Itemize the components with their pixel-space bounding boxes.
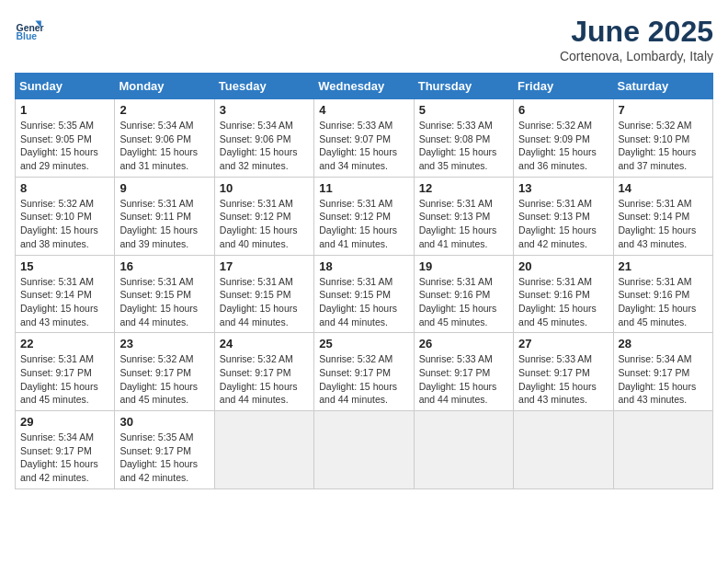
day-cell-18: 18Sunrise: 5:31 AM Sunset: 9:15 PM Dayli… bbox=[314, 255, 414, 333]
day-detail: Sunrise: 5:32 AM Sunset: 9:10 PM Dayligh… bbox=[20, 197, 109, 251]
day-cell-27: 27Sunrise: 5:33 AM Sunset: 9:17 PM Dayli… bbox=[514, 333, 613, 411]
day-cell-2: 2Sunrise: 5:34 AM Sunset: 9:06 PM Daylig… bbox=[115, 99, 214, 178]
day-cell-3: 3Sunrise: 5:34 AM Sunset: 9:06 PM Daylig… bbox=[214, 99, 313, 178]
day-detail: Sunrise: 5:33 AM Sunset: 9:17 PM Dayligh… bbox=[518, 352, 608, 407]
day-number: 12 bbox=[419, 181, 508, 195]
day-detail: Sunrise: 5:31 AM Sunset: 9:16 PM Dayligh… bbox=[619, 275, 708, 329]
empty-cell bbox=[514, 411, 613, 489]
day-number: 1 bbox=[20, 103, 109, 117]
empty-cell bbox=[613, 411, 712, 489]
calendar-table: SundayMondayTuesdayWednesdayThursdayFrid… bbox=[15, 73, 713, 489]
empty-cell bbox=[414, 411, 513, 489]
day-number: 25 bbox=[319, 337, 408, 350]
svg-text:Blue: Blue bbox=[17, 31, 38, 41]
week-row-3: 15Sunrise: 5:31 AM Sunset: 9:14 PM Dayli… bbox=[16, 255, 713, 333]
day-number: 16 bbox=[119, 259, 209, 273]
col-header-sunday: Sunday bbox=[16, 74, 115, 99]
col-header-monday: Monday bbox=[115, 74, 214, 99]
day-number: 23 bbox=[119, 337, 209, 350]
day-detail: Sunrise: 5:31 AM Sunset: 9:12 PM Dayligh… bbox=[220, 197, 309, 251]
day-detail: Sunrise: 5:35 AM Sunset: 9:17 PM Dayligh… bbox=[119, 431, 209, 485]
location: Cortenova, Lombardy, Italy bbox=[560, 49, 713, 63]
day-detail: Sunrise: 5:31 AM Sunset: 9:17 PM Dayligh… bbox=[20, 352, 109, 407]
day-cell-21: 21Sunrise: 5:31 AM Sunset: 9:16 PM Dayli… bbox=[613, 255, 712, 333]
day-number: 28 bbox=[619, 337, 708, 350]
col-header-saturday: Saturday bbox=[613, 74, 712, 99]
day-number: 22 bbox=[20, 337, 109, 350]
day-detail: Sunrise: 5:34 AM Sunset: 9:17 PM Dayligh… bbox=[619, 352, 708, 407]
day-detail: Sunrise: 5:35 AM Sunset: 9:05 PM Dayligh… bbox=[20, 119, 109, 173]
day-cell-14: 14Sunrise: 5:31 AM Sunset: 9:14 PM Dayli… bbox=[613, 177, 712, 255]
day-number: 8 bbox=[20, 181, 109, 195]
day-detail: Sunrise: 5:31 AM Sunset: 9:14 PM Dayligh… bbox=[20, 275, 109, 329]
day-cell-20: 20Sunrise: 5:31 AM Sunset: 9:16 PM Dayli… bbox=[514, 255, 613, 333]
day-detail: Sunrise: 5:32 AM Sunset: 9:09 PM Dayligh… bbox=[518, 119, 608, 173]
day-cell-10: 10Sunrise: 5:31 AM Sunset: 9:12 PM Dayli… bbox=[214, 177, 313, 255]
day-cell-24: 24Sunrise: 5:32 AM Sunset: 9:17 PM Dayli… bbox=[214, 333, 313, 411]
day-cell-19: 19Sunrise: 5:31 AM Sunset: 9:16 PM Dayli… bbox=[414, 255, 513, 333]
day-detail: Sunrise: 5:34 AM Sunset: 9:06 PM Dayligh… bbox=[220, 119, 309, 173]
title-block: June 2025 Cortenova, Lombardy, Italy bbox=[560, 15, 713, 63]
day-detail: Sunrise: 5:32 AM Sunset: 9:17 PM Dayligh… bbox=[220, 352, 309, 407]
day-number: 2 bbox=[119, 103, 209, 117]
day-number: 20 bbox=[518, 259, 608, 273]
week-row-2: 8Sunrise: 5:32 AM Sunset: 9:10 PM Daylig… bbox=[16, 177, 713, 255]
day-cell-23: 23Sunrise: 5:32 AM Sunset: 9:17 PM Dayli… bbox=[115, 333, 214, 411]
day-detail: Sunrise: 5:34 AM Sunset: 9:17 PM Dayligh… bbox=[20, 431, 109, 485]
day-cell-13: 13Sunrise: 5:31 AM Sunset: 9:13 PM Dayli… bbox=[514, 177, 613, 255]
day-number: 11 bbox=[319, 181, 408, 195]
day-cell-29: 29Sunrise: 5:34 AM Sunset: 9:17 PM Dayli… bbox=[16, 411, 115, 489]
day-number: 30 bbox=[119, 415, 209, 429]
day-number: 6 bbox=[518, 103, 608, 117]
day-cell-17: 17Sunrise: 5:31 AM Sunset: 9:15 PM Dayli… bbox=[214, 255, 313, 333]
day-cell-6: 6Sunrise: 5:32 AM Sunset: 9:09 PM Daylig… bbox=[514, 99, 613, 178]
day-detail: Sunrise: 5:34 AM Sunset: 9:06 PM Dayligh… bbox=[119, 119, 209, 173]
day-detail: Sunrise: 5:31 AM Sunset: 9:15 PM Dayligh… bbox=[220, 275, 309, 329]
month-title: June 2025 bbox=[560, 15, 713, 49]
day-number: 18 bbox=[319, 259, 408, 273]
week-row-5: 29Sunrise: 5:34 AM Sunset: 9:17 PM Dayli… bbox=[16, 411, 713, 489]
day-number: 26 bbox=[419, 337, 508, 350]
day-detail: Sunrise: 5:31 AM Sunset: 9:15 PM Dayligh… bbox=[319, 275, 408, 329]
empty-cell bbox=[314, 411, 414, 489]
day-detail: Sunrise: 5:31 AM Sunset: 9:16 PM Dayligh… bbox=[419, 275, 508, 329]
day-number: 10 bbox=[220, 181, 309, 195]
day-cell-5: 5Sunrise: 5:33 AM Sunset: 9:08 PM Daylig… bbox=[414, 99, 513, 178]
day-cell-15: 15Sunrise: 5:31 AM Sunset: 9:14 PM Dayli… bbox=[16, 255, 115, 333]
day-cell-22: 22Sunrise: 5:31 AM Sunset: 9:17 PM Dayli… bbox=[16, 333, 115, 411]
day-number: 9 bbox=[119, 181, 209, 195]
day-cell-8: 8Sunrise: 5:32 AM Sunset: 9:10 PM Daylig… bbox=[16, 177, 115, 255]
day-cell-25: 25Sunrise: 5:32 AM Sunset: 9:17 PM Dayli… bbox=[314, 333, 414, 411]
day-detail: Sunrise: 5:32 AM Sunset: 9:17 PM Dayligh… bbox=[119, 352, 209, 407]
day-detail: Sunrise: 5:33 AM Sunset: 9:07 PM Dayligh… bbox=[319, 119, 408, 173]
day-detail: Sunrise: 5:33 AM Sunset: 9:17 PM Dayligh… bbox=[419, 352, 508, 407]
day-number: 19 bbox=[419, 259, 508, 273]
week-row-4: 22Sunrise: 5:31 AM Sunset: 9:17 PM Dayli… bbox=[16, 333, 713, 411]
week-row-1: 1Sunrise: 5:35 AM Sunset: 9:05 PM Daylig… bbox=[16, 99, 713, 178]
day-detail: Sunrise: 5:31 AM Sunset: 9:15 PM Dayligh… bbox=[119, 275, 209, 329]
day-cell-1: 1Sunrise: 5:35 AM Sunset: 9:05 PM Daylig… bbox=[16, 99, 115, 178]
day-number: 3 bbox=[220, 103, 309, 117]
col-header-friday: Friday bbox=[514, 74, 613, 99]
day-detail: Sunrise: 5:33 AM Sunset: 9:08 PM Dayligh… bbox=[419, 119, 508, 173]
day-number: 5 bbox=[419, 103, 508, 117]
day-detail: Sunrise: 5:31 AM Sunset: 9:11 PM Dayligh… bbox=[119, 197, 209, 251]
day-number: 15 bbox=[20, 259, 109, 273]
day-number: 29 bbox=[20, 415, 109, 429]
day-number: 24 bbox=[220, 337, 309, 350]
day-detail: Sunrise: 5:31 AM Sunset: 9:14 PM Dayligh… bbox=[619, 197, 708, 251]
day-cell-30: 30Sunrise: 5:35 AM Sunset: 9:17 PM Dayli… bbox=[115, 411, 214, 489]
day-detail: Sunrise: 5:32 AM Sunset: 9:17 PM Dayligh… bbox=[319, 352, 408, 407]
day-cell-26: 26Sunrise: 5:33 AM Sunset: 9:17 PM Dayli… bbox=[414, 333, 513, 411]
day-detail: Sunrise: 5:31 AM Sunset: 9:12 PM Dayligh… bbox=[319, 197, 408, 251]
day-cell-9: 9Sunrise: 5:31 AM Sunset: 9:11 PM Daylig… bbox=[115, 177, 214, 255]
logo-icon: General Blue bbox=[15, 15, 44, 44]
day-cell-4: 4Sunrise: 5:33 AM Sunset: 9:07 PM Daylig… bbox=[314, 99, 414, 178]
day-number: 14 bbox=[619, 181, 708, 195]
day-number: 21 bbox=[619, 259, 708, 273]
day-number: 27 bbox=[518, 337, 608, 350]
day-detail: Sunrise: 5:31 AM Sunset: 9:13 PM Dayligh… bbox=[518, 197, 608, 251]
page-header: General Blue June 2025 Cortenova, Lombar… bbox=[15, 15, 713, 63]
day-number: 4 bbox=[319, 103, 408, 117]
empty-cell bbox=[214, 411, 313, 489]
